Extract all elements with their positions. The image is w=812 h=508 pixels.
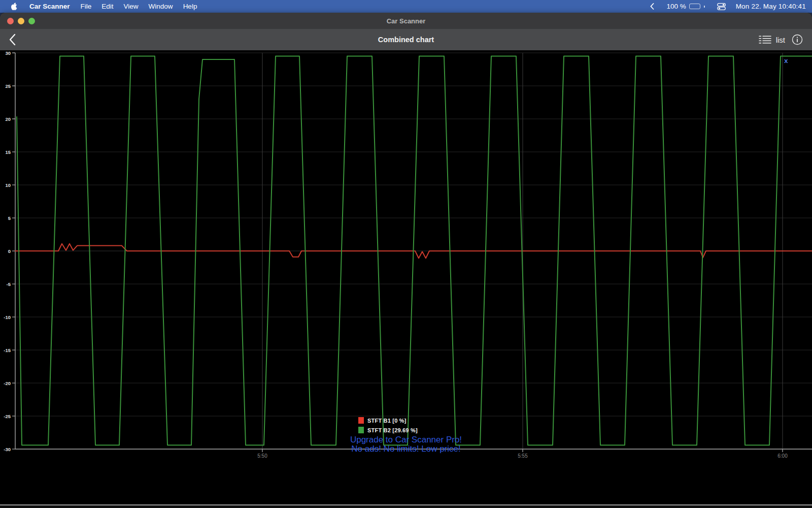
legend-swatch-red [358,417,364,424]
menubar: Car Scanner File Edit View Window Help 1… [0,0,812,13]
svg-text:-20: -20 [4,380,11,386]
svg-text:5:50: 5:50 [257,453,267,459]
axes [12,53,812,452]
svg-text:6:00: 6:00 [777,453,788,459]
svg-text:25: 25 [5,83,11,89]
menubar-clock[interactable]: Mon 22. May 10:40:41 [736,3,806,10]
svg-text:-25: -25 [4,414,11,419]
legend-item-stft-b2[interactable]: STFT B2 [29.69 %] [358,425,418,435]
menu-item-view[interactable]: View [119,3,144,10]
svg-text:20: 20 [5,116,11,122]
control-center-icon[interactable] [717,3,726,10]
menu-item-help[interactable]: Help [178,3,202,10]
battery-icon [689,4,700,9]
svg-text:30: 30 [5,50,11,56]
svg-text:5: 5 [8,215,11,221]
upgrade-promo-line1[interactable]: Upgrade to Car Scanner Pro! [0,435,812,444]
svg-text:-15: -15 [4,347,11,353]
page-title: Combined chart [0,36,812,44]
window-title: Car Scanner [0,17,812,25]
chart-close-x[interactable]: x [784,57,788,65]
info-button[interactable] [792,34,803,45]
menu-item-file[interactable]: File [76,3,97,10]
status-collapse-chevron-icon[interactable] [650,3,654,10]
legend-swatch-green [358,427,364,433]
svg-text:-10: -10 [4,314,11,320]
menu-item-window[interactable]: Window [144,3,178,10]
back-button[interactable] [9,32,22,47]
svg-text:0: 0 [8,248,11,254]
axis-labels: 302520151050-5-10-15-20-25-305:505:556:0… [4,50,788,459]
upgrade-promo: Upgrade to Car Scanner Pro! No ads! No l… [0,435,812,454]
list-icon [759,35,771,44]
svg-text:10: 10 [5,182,11,188]
car-scanner-window: Car Scanner Combined chart list [0,13,812,508]
svg-text:5:55: 5:55 [518,453,528,459]
toolbar: Combined chart list [0,29,812,50]
battery-status[interactable]: 100 % [666,3,704,10]
upgrade-promo-line2[interactable]: No ads! No limits! Low price! [0,444,812,454]
window-titlebar: Car Scanner [0,13,812,29]
svg-text:-5: -5 [7,281,11,287]
list-button[interactable]: list [759,35,785,44]
chevron-left-icon [9,34,16,46]
legend-label: STFT B1 [0 %] [367,418,407,424]
window-bottom-edge [0,504,812,508]
svg-text:15: 15 [5,149,11,155]
menu-item-app[interactable]: Car Scanner [24,3,76,10]
menu-item-edit[interactable]: Edit [96,3,118,10]
combined-chart[interactable]: 302520151050-5-10-15-20-25-305:505:556:0… [0,50,812,504]
series-lines [15,56,812,446]
legend-item-stft-b1[interactable]: STFT B1 [0 %] [358,416,418,425]
legend-label: STFT B2 [29.69 %] [367,427,418,433]
apple-menu-icon[interactable] [10,3,18,11]
battery-percent-label: 100 % [666,3,686,10]
list-button-label: list [776,36,785,44]
chart-legend: STFT B1 [0 %] STFT B2 [29.69 %] [358,416,418,435]
